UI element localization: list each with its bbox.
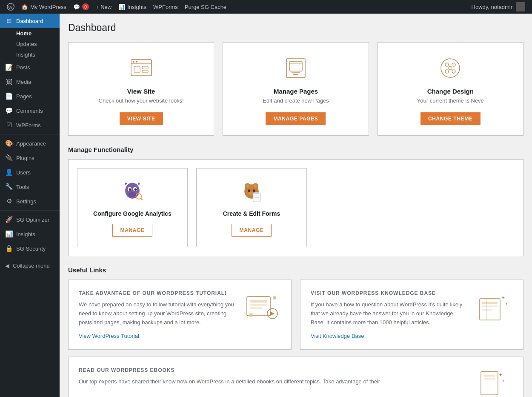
svg-rect-41 xyxy=(247,297,270,316)
svg-rect-52 xyxy=(482,309,492,311)
knowledge-base-card-label: VISIT OUR WORDPRESS KNOWLEDGE BASE xyxy=(311,290,466,296)
sidebar-item-plugins[interactable]: 🔌 Plugins xyxy=(0,151,60,165)
page-title: Dashboard xyxy=(68,22,523,34)
view-site-title: View Site xyxy=(127,88,155,95)
plugins-icon: 🔌 xyxy=(5,154,13,162)
new-button[interactable]: + New xyxy=(92,0,115,14)
svg-line-27 xyxy=(141,198,143,200)
svg-text:W: W xyxy=(9,5,13,10)
svg-point-15 xyxy=(445,63,449,66)
google-analytics-icon xyxy=(120,179,145,204)
tutorial-card-body: We have prepared an easy to follow tutor… xyxy=(79,300,234,327)
appearance-icon: 🎨 xyxy=(5,140,13,147)
manage-pages-icon xyxy=(282,54,309,82)
svg-point-8 xyxy=(136,61,137,63)
tutorial-card-label: TAKE ADVANTAGE OF OUR WORDPRESS TUTORIAL… xyxy=(79,290,234,296)
create-forms-card: Create & Edit Forms MANAGE xyxy=(196,168,307,247)
comments-button[interactable]: 💬 0 xyxy=(70,0,92,14)
knowledge-base-link-card: VISIT OUR WORDPRESS KNOWLEDGE BASE If yo… xyxy=(300,280,523,350)
svg-rect-51 xyxy=(482,306,498,307)
tutorial-card-link[interactable]: View WordPress Tutorial xyxy=(79,333,139,339)
svg-rect-6 xyxy=(142,70,148,72)
knowledge-base-card-image: ✦ ✦ + xyxy=(475,290,513,324)
sidebar-sub-updates[interactable]: Updates xyxy=(0,39,60,49)
tutorial-card-text: TAKE ADVANTAGE OF OUR WORDPRESS TUTORIAL… xyxy=(79,290,234,339)
svg-point-17 xyxy=(445,70,449,73)
change-design-desc: Your current theme is Neve xyxy=(417,97,484,104)
sidebar-item-pages[interactable]: 📄 Pages xyxy=(0,89,60,103)
svg-rect-58 xyxy=(484,375,495,377)
ebook-links-row: READ OUR WORDPRESS EBOOKS Our top expert… xyxy=(68,357,523,397)
wp-logo-button[interactable]: W xyxy=(3,0,18,14)
google-analytics-manage-button[interactable]: MANAGE xyxy=(112,224,153,237)
useful-links-title: Useful Links xyxy=(68,266,523,274)
svg-rect-50 xyxy=(482,302,498,304)
knowledge-base-card-link[interactable]: Visit Knowledge Base xyxy=(311,333,364,339)
svg-point-48 xyxy=(273,296,276,300)
purge-cache-button[interactable]: Purge SG Cache xyxy=(181,0,230,14)
howdy-button[interactable]: Howdy, notadmin xyxy=(468,0,529,14)
manage-pages-card: Manage Pages Edit and create new Pages M… xyxy=(223,42,369,136)
svg-rect-10 xyxy=(289,62,302,71)
view-site-desc: Check out how your website looks! xyxy=(99,97,184,104)
top-cards-row: View Site Check out how your website loo… xyxy=(68,42,523,136)
svg-point-23 xyxy=(129,189,132,191)
collapse-menu-button[interactable]: ◀ Collapse menu xyxy=(0,259,60,272)
comment-icon: 💬 xyxy=(73,4,80,10)
settings-icon: ⚙ xyxy=(5,197,13,205)
manage-pages-title: Manage Pages xyxy=(274,88,318,95)
google-analytics-card: Configure Google Analytics MANAGE xyxy=(77,168,188,247)
manage-functionality-title: Manage Functionality xyxy=(68,146,523,153)
ebook-card-label: READ OUR WORDPRESS EBOOKS xyxy=(79,367,466,373)
svg-rect-44 xyxy=(250,307,262,309)
sidebar-item-tools[interactable]: 🔧 Tools xyxy=(0,180,60,194)
menu-divider-1 xyxy=(0,134,60,134)
manage-pages-button[interactable]: MANAGE PAGES xyxy=(266,112,326,125)
menu-divider-2 xyxy=(0,210,60,211)
svg-text:✦: ✦ xyxy=(498,372,503,378)
sidebar-item-posts[interactable]: 📝 Posts xyxy=(0,60,60,74)
create-forms-manage-button[interactable]: MANAGE xyxy=(232,224,272,237)
svg-rect-4 xyxy=(134,66,140,72)
svg-rect-37 xyxy=(255,192,259,194)
sidebar-sub-home[interactable]: Home xyxy=(0,28,60,39)
wpforms-bar-button[interactable]: WPForms xyxy=(150,0,181,14)
svg-rect-59 xyxy=(484,378,495,380)
svg-marker-46 xyxy=(270,311,275,316)
sidebar-item-users[interactable]: 👤 Users xyxy=(0,165,60,180)
manage-functionality-section: Configure Google Analytics MANAGE xyxy=(68,159,523,256)
ebook-link-card: READ OUR WORDPRESS EBOOKS Our top expert… xyxy=(68,357,523,397)
comments-icon: 💬 xyxy=(5,107,13,114)
sidebar-item-sg-security[interactable]: 🔒 SG Security xyxy=(0,241,60,256)
svg-point-18 xyxy=(452,70,455,73)
change-theme-button[interactable]: CHANGE THEME xyxy=(420,112,481,125)
sidebar-item-comments[interactable]: 💬 Comments xyxy=(0,103,60,118)
insights-bar-button[interactable]: 📊 Insights xyxy=(115,0,150,14)
svg-text:✦: ✦ xyxy=(501,295,505,301)
sidebar-item-sg-optimizer[interactable]: 🚀 SG Optimizer xyxy=(0,212,60,227)
google-analytics-title: Configure Google Analytics xyxy=(93,210,172,217)
sidebar-item-wpforms[interactable]: ☑ WPForms xyxy=(0,118,60,132)
change-design-card: Change Design Your current theme is Neve… xyxy=(378,42,523,136)
useful-links-row: TAKE ADVANTAGE OF OUR WORDPRESS TUTORIAL… xyxy=(68,280,523,350)
sidebar-sub-insights[interactable]: Insights xyxy=(0,49,60,60)
sidebar-item-media[interactable]: 🖼 Media xyxy=(0,74,60,89)
svg-text:✦: ✦ xyxy=(502,379,505,383)
create-forms-title: Create & Edit Forms xyxy=(223,210,280,217)
sidebar-item-settings[interactable]: ⚙ Settings xyxy=(0,194,60,208)
sidebar-item-appearance[interactable]: 🎨 Appearance xyxy=(0,136,60,151)
my-wordpress-button[interactable]: 🏠 My WordPress xyxy=(18,0,70,14)
view-site-icon xyxy=(128,54,155,82)
view-site-button[interactable]: VIEW SITE xyxy=(120,112,163,125)
change-design-title: Change Design xyxy=(427,88,474,95)
svg-text:✦: ✦ xyxy=(505,302,508,306)
posts-icon: 📝 xyxy=(5,63,13,71)
sidebar-item-insights-menu[interactable]: 📊 Insights xyxy=(0,227,60,241)
knowledge-base-card-body: If you have a how to question about Word… xyxy=(311,300,466,327)
sidebar-item-dashboard[interactable]: ⊞ Dashboard xyxy=(0,14,60,28)
sg-optimizer-icon: 🚀 xyxy=(5,216,13,223)
users-icon: 👤 xyxy=(5,169,13,176)
svg-point-19 xyxy=(449,66,452,70)
manage-pages-desc: Edit and create new Pages xyxy=(263,97,329,104)
home-icon: 🏠 xyxy=(21,4,28,10)
